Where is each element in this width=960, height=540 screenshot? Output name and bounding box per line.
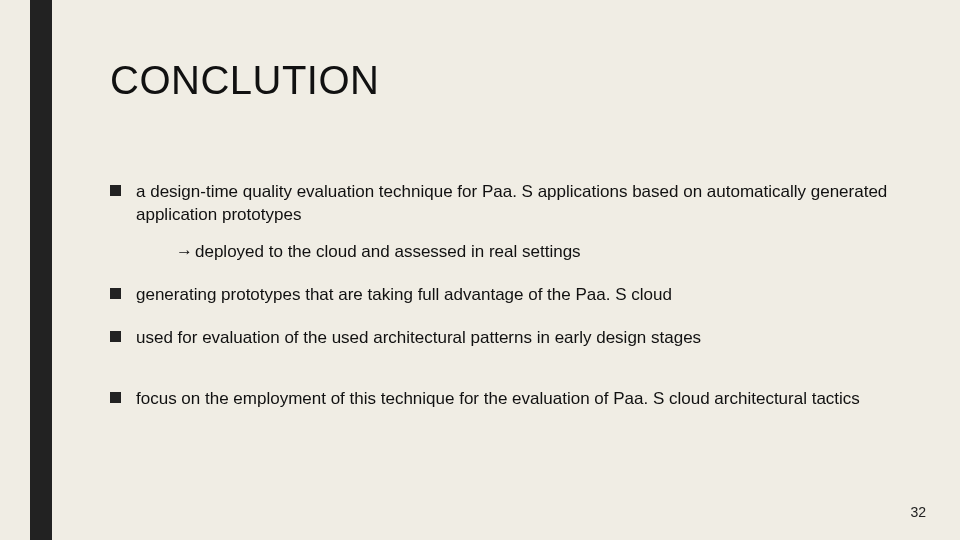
bullet-item: used for evaluation of the used architec… [110,327,910,350]
bullet-list: a design-time quality evaluation techniq… [110,181,910,411]
sub-bullet: →deployed to the cloud and assessed in r… [176,241,910,264]
bullet-text: a design-time quality evaluation techniq… [136,182,887,224]
square-bullet-icon [110,288,121,299]
bullet-text: generating prototypes that are taking fu… [136,285,672,304]
square-bullet-icon [110,331,121,342]
slide-content: CONCLUTION a design-time quality evaluat… [110,58,910,431]
bullet-item: a design-time quality evaluation techniq… [110,181,910,264]
page-number: 32 [910,504,926,520]
bullet-item: focus on the employment of this techniqu… [110,388,910,411]
square-bullet-icon [110,185,121,196]
slide-title: CONCLUTION [110,58,910,103]
arrow-icon: → [176,241,193,264]
bullet-item: generating prototypes that are taking fu… [110,284,910,307]
square-bullet-icon [110,392,121,403]
bullet-text: used for evaluation of the used architec… [136,328,701,347]
sub-bullet-text: deployed to the cloud and assessed in re… [195,242,581,261]
accent-stripe [30,0,52,540]
bullet-text: focus on the employment of this techniqu… [136,389,860,408]
